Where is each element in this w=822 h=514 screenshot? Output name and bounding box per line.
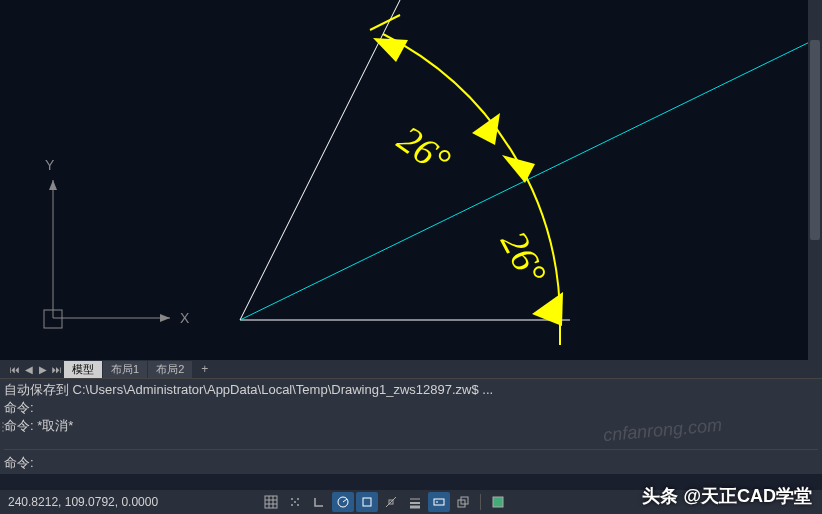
polar-icon[interactable] <box>332 492 354 512</box>
svg-marker-13 <box>472 113 500 145</box>
scrollbar-thumb[interactable] <box>810 40 820 240</box>
svg-point-25 <box>294 501 296 503</box>
command-history-line: 自动保存到 C:\Users\Administrator\AppData\Loc… <box>4 381 818 399</box>
status-bar: 240.8212, 109.0792, 0.0000 <box>0 490 822 514</box>
drawing-canvas[interactable]: X Y 26° 26° <box>0 0 822 360</box>
svg-point-23 <box>291 504 293 506</box>
svg-line-27 <box>343 499 347 502</box>
tab-layout2[interactable]: 布局2 <box>148 361 192 378</box>
dim-text-lower: 26° <box>493 224 555 291</box>
lineweight-icon[interactable] <box>404 492 426 512</box>
command-prompt: 命令: <box>4 455 34 470</box>
vertical-scrollbar[interactable] <box>808 0 822 360</box>
tab-nav-next-icon[interactable]: ▶ <box>36 362 50 376</box>
coordinates-readout: 240.8212, 109.0792, 0.0000 <box>0 495 200 509</box>
command-history-line: 命令: <box>4 399 818 417</box>
svg-point-21 <box>291 498 293 500</box>
command-input-row[interactable]: 命令: <box>4 449 818 472</box>
svg-rect-34 <box>434 499 444 505</box>
tab-layout1[interactable]: 布局1 <box>103 361 147 378</box>
command-panel: 自动保存到 C:\Users\Administrator\AppData\Loc… <box>0 378 822 474</box>
dyninput-icon[interactable] <box>428 492 450 512</box>
svg-rect-38 <box>493 497 503 507</box>
ortho-icon[interactable] <box>308 492 330 512</box>
svg-line-29 <box>386 497 396 507</box>
cycling-icon[interactable] <box>452 492 474 512</box>
svg-marker-4 <box>49 180 57 190</box>
svg-marker-14 <box>373 38 408 62</box>
osnap-icon[interactable] <box>356 492 378 512</box>
tab-nav-last-icon[interactable]: ⏭ <box>50 362 64 376</box>
svg-marker-15 <box>532 292 563 326</box>
svg-rect-28 <box>363 498 371 506</box>
model-space-icon[interactable] <box>487 492 509 512</box>
command-history-line: 命令: *取消* <box>4 417 818 435</box>
grid-icon[interactable] <box>260 492 282 512</box>
tab-model[interactable]: 模型 <box>64 361 102 378</box>
tab-nav-prev-icon[interactable]: ◀ <box>22 362 36 376</box>
tab-nav-first-icon[interactable]: ⏮ <box>8 362 22 376</box>
otrack-icon[interactable] <box>380 492 402 512</box>
svg-point-22 <box>297 498 299 500</box>
layout-tab-bar: ⏮ ◀ ▶ ⏭ 模型 布局1 布局2 + <box>0 360 822 378</box>
svg-line-11 <box>370 15 400 30</box>
svg-rect-16 <box>265 496 277 508</box>
tab-add-button[interactable]: + <box>193 361 216 377</box>
svg-point-24 <box>297 504 299 506</box>
status-tools <box>260 492 509 512</box>
svg-text:Y: Y <box>45 157 55 173</box>
svg-text:X: X <box>180 310 190 326</box>
angular-dimension <box>370 15 563 345</box>
dim-text-upper: 26° <box>390 117 458 182</box>
ucs-icon: X Y <box>44 157 190 328</box>
drawing-svg: X Y 26° 26° <box>0 0 822 360</box>
snap-icon[interactable] <box>284 492 306 512</box>
svg-marker-2 <box>160 314 170 322</box>
